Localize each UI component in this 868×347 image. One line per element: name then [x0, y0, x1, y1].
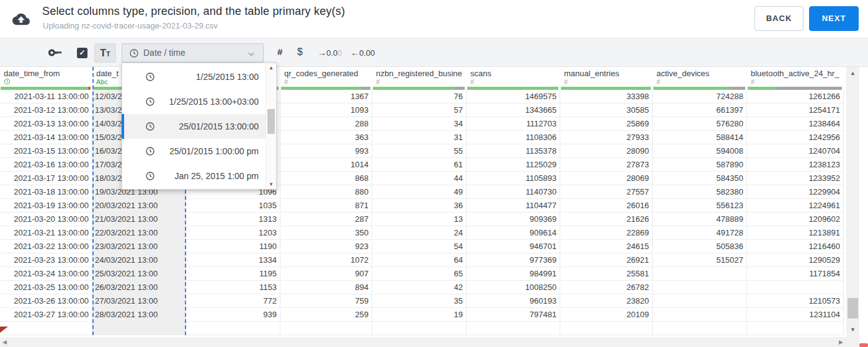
table-cell: 25/03/2021 13:00 [92, 267, 186, 280]
table-cell: 259 [280, 308, 372, 321]
table-cell: 923 [280, 240, 372, 253]
table-cell: 287 [280, 213, 372, 226]
table-cell: 44 [372, 172, 467, 185]
table-cell: 1367 [280, 90, 372, 103]
column-header[interactable]: active_devices# [653, 67, 747, 90]
date-format-option[interactable]: Jan 25, 2015 1:00 pm [122, 164, 266, 188]
table-cell: 28069 [560, 172, 653, 185]
table-cell: 1093 [280, 103, 372, 116]
date-format-option[interactable]: 25/01/2015 13:00:00 [122, 114, 266, 139]
scroll-right-icon[interactable]: ▶ [839, 339, 843, 345]
table-cell: 880 [280, 185, 372, 198]
column-header[interactable]: scans# [467, 67, 560, 90]
date-format-option[interactable]: 1/25/2015 13:00 [122, 64, 266, 89]
dropdown-scrollbar-thumb[interactable] [267, 109, 275, 134]
vertical-scrollbar-thumb[interactable] [848, 298, 858, 318]
scroll-down-icon[interactable]: ▼ [846, 327, 859, 333]
table-cell: 1140730 [467, 185, 560, 198]
next-button[interactable]: NEXT [809, 6, 859, 31]
table-cell: 2021-03-14 13:00:00 [0, 131, 92, 144]
table-cell: 1254171 [747, 103, 844, 116]
scroll-up-icon[interactable]: ▲ [266, 65, 276, 71]
table-cell: 2021-03-20 13:00:00 [0, 213, 92, 226]
table-cell: 960193 [467, 294, 560, 307]
text-type-button[interactable]: TT [94, 43, 116, 63]
table-row: 2021-03-26 13:00:0027/03/2021 13:0077275… [0, 294, 844, 308]
table-cell: 1105893 [467, 172, 560, 185]
table-cell: 28090 [560, 144, 653, 157]
include-column-checkbox[interactable]: ✓ [77, 48, 87, 58]
table-cell: 1469575 [467, 90, 560, 103]
table-cell [653, 267, 747, 280]
table-cell [653, 294, 747, 307]
dropdown-scrollbar[interactable]: ▲ ▼ [266, 63, 276, 189]
number-type-label: # [284, 78, 372, 86]
table-cell [747, 322, 844, 335]
datetime-type-icon [4, 78, 92, 86]
table-cell: 363 [280, 131, 372, 144]
column-header[interactable]: nzbn_registered_busine# [372, 67, 467, 90]
date-format-dropdown-menu: 1/25/2015 13:001/25/2015 13:00+03:0025/0… [122, 63, 277, 190]
table-cell: 26/03/2021 13:00 [92, 281, 186, 294]
table-cell: 1231104 [747, 308, 844, 321]
table-cell: 23/03/2021 13:00 [92, 240, 186, 253]
clock-icon [145, 121, 155, 131]
table-cell: 22/03/2021 13:00 [92, 226, 186, 239]
column-header[interactable]: qr_codes_generated# [280, 67, 372, 90]
column-name: scans [470, 69, 560, 78]
table-cell: 2021-03-23 13:00:00 [0, 253, 92, 266]
table-cell [653, 308, 747, 321]
table-cell [280, 322, 372, 335]
integer-type-button[interactable]: # [277, 46, 282, 57]
horizontal-scrollbar[interactable]: ◀ ▶ [0, 337, 859, 347]
vertical-scrollbar[interactable]: ▲ ▼ [846, 67, 859, 337]
column-header[interactable]: date_time_from [0, 67, 92, 90]
scroll-left-icon[interactable]: ◀ [2, 339, 7, 345]
table-cell [0, 322, 92, 335]
column-quality-bar [1, 87, 91, 90]
table-row: 2021-03-21 13:00:0022/03/2021 13:0012033… [0, 226, 844, 240]
table-cell: 1238123 [747, 158, 844, 171]
date-format-option[interactable]: 25/01/2015 1:00:00 pm [122, 139, 266, 164]
table-cell: 13 [372, 213, 467, 226]
table-cell: 1035 [186, 199, 280, 212]
decrease-precision-button[interactable]: ←0.00 [351, 48, 375, 58]
page-title: Select columns type, precision, and the … [42, 5, 345, 18]
column-type-dropdown[interactable]: Date / time [122, 43, 264, 63]
table-cell: 1334 [186, 253, 280, 266]
table-cell: 26782 [560, 281, 653, 294]
column-header[interactable]: manual_entries# [560, 67, 653, 90]
table-cell: 54 [372, 240, 467, 253]
scroll-down-icon[interactable]: ▼ [266, 182, 276, 187]
column-name: manual_entries [564, 69, 653, 78]
table-cell: 1203 [186, 226, 280, 239]
table-cell: 939 [186, 308, 280, 321]
column-header[interactable]: bluetooth_active_24_hr_# [747, 67, 844, 90]
table-row: 2021-03-19 13:00:0020/03/2021 13:0010358… [0, 199, 844, 213]
table-cell: 1209602 [747, 213, 844, 226]
table-cell: 582380 [653, 185, 747, 198]
table-cell: 984991 [467, 267, 560, 280]
table-cell: 1104477 [467, 199, 560, 212]
table-cell: 23820 [560, 294, 653, 307]
increase-precision-button[interactable]: →0.00 [318, 48, 342, 58]
column-name: nzbn_registered_busine [376, 69, 467, 78]
table-cell [653, 322, 747, 335]
table-cell: 1313 [186, 213, 280, 226]
back-button[interactable]: BACK [754, 6, 803, 31]
table-cell: 505836 [653, 240, 747, 253]
clock-icon [145, 97, 155, 107]
table-row: 2021-03-25 13:00:0026/03/2021 13:0011538… [0, 281, 844, 294]
table-cell: 2021-03-11 13:00:00 [0, 90, 92, 103]
date-format-option[interactable]: 1/25/2015 13:00+03:00 [122, 89, 266, 114]
primary-key-icon[interactable] [48, 46, 62, 59]
table-cell: 25581 [560, 267, 653, 280]
table-cell: 1072 [280, 253, 372, 266]
column-name: date_time_from [4, 69, 92, 78]
scroll-up-icon[interactable]: ▲ [846, 70, 859, 76]
table-cell: 1210573 [747, 294, 844, 307]
currency-type-button[interactable]: $ [297, 46, 303, 58]
column-quality-bar [748, 87, 842, 90]
table-cell: 1112703 [467, 117, 560, 130]
column-quality-bar [281, 87, 370, 90]
